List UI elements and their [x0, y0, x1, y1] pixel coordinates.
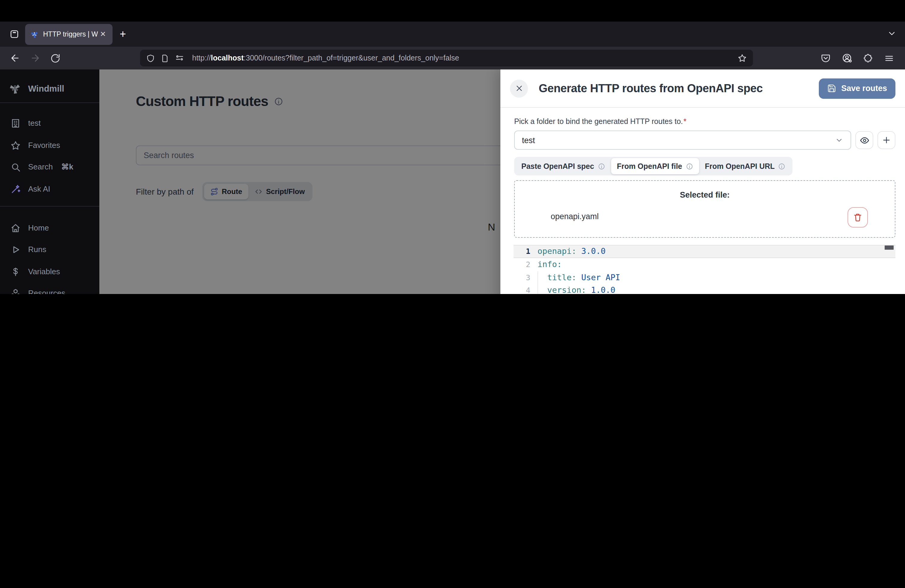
divider	[0, 206, 99, 207]
back-icon[interactable]	[10, 53, 21, 64]
drawer-header: Generate HTTP routes from OpenAPI spec S…	[500, 70, 905, 108]
code-line: 3 title: User API	[514, 271, 895, 284]
add-folder-button[interactable]	[878, 131, 895, 149]
code-line: 1openapi: 3.0.0	[514, 245, 895, 258]
sidebar-item-variables[interactable]: Variables	[0, 264, 99, 280]
magic-wand-icon	[10, 184, 21, 194]
eye-icon	[859, 135, 869, 145]
play-icon	[10, 244, 21, 255]
star-icon	[10, 140, 21, 151]
new-tab-button[interactable]: +	[120, 28, 126, 40]
tab-paste-openapi-spec[interactable]: Paste OpenAPI spec	[515, 158, 611, 174]
firefox-view-icon[interactable]	[7, 27, 22, 41]
toolbar-right-icons	[821, 47, 905, 70]
boxes-icon	[10, 288, 21, 294]
view-folder-button[interactable]	[855, 131, 873, 149]
required-asterisk: *	[684, 118, 686, 126]
selected-file-label: Selected file:	[515, 191, 895, 199]
list-tabs-chevron-icon[interactable]	[887, 29, 897, 38]
windmill-favicon	[30, 30, 39, 39]
selected-file-name: openapi.yaml	[551, 212, 599, 221]
building-icon	[10, 118, 21, 129]
chevron-down-icon	[835, 136, 843, 144]
folder-picker-label: Pick a folder to bind the generated HTTP…	[514, 118, 895, 126]
sidebar-item-home[interactable]: Home	[0, 220, 99, 236]
reload-icon[interactable]	[50, 53, 60, 63]
info-icon[interactable]	[598, 162, 605, 170]
web-page: Windmill test Favorites Search ⌘k Ask AI	[0, 70, 905, 294]
home-icon	[10, 222, 21, 233]
pocket-icon[interactable]	[821, 53, 831, 63]
selected-file-box: Selected file: openapi.yaml	[514, 180, 895, 238]
sidebar-item-favorites[interactable]: Favorites	[0, 137, 99, 153]
folder-select[interactable]: test	[514, 130, 851, 150]
menu-hamburger-icon[interactable]	[884, 53, 894, 63]
spec-source-tabs: Paste OpenAPI spec From OpenAPI file Fro…	[514, 157, 793, 175]
tab-from-openapi-file[interactable]: From OpenAPI file	[611, 158, 699, 174]
sidebar: Windmill test Favorites Search ⌘k Ask AI	[0, 70, 99, 294]
close-button[interactable]	[510, 79, 528, 97]
shield-icon[interactable]	[146, 54, 155, 63]
sidebar-item-ask-ai[interactable]: Ask AI	[0, 181, 99, 197]
code-line: 4 version: 1.0.0	[514, 284, 895, 294]
sidebar-item-runs[interactable]: Runs	[0, 241, 99, 257]
tab-from-openapi-url[interactable]: From OpenAPI URL	[699, 158, 791, 174]
sidebar-item-workspace[interactable]: test	[0, 115, 99, 131]
application-window: HTTP triggers | Windmill ✕ + http://loca…	[0, 0, 905, 294]
remove-file-button[interactable]	[848, 207, 868, 227]
sidebar-item-search[interactable]: Search ⌘k	[0, 159, 99, 175]
search-shortcut: ⌘k	[61, 162, 73, 171]
forward-icon[interactable]	[30, 53, 41, 64]
plus-icon	[882, 135, 891, 145]
generate-routes-drawer: Generate HTTP routes from OpenAPI spec S…	[500, 70, 905, 294]
workspace-name: Windmill	[28, 84, 64, 94]
save-icon	[827, 84, 837, 93]
url-bar[interactable]: http://localhost:3000/routes?filter_path…	[140, 50, 753, 67]
account-icon[interactable]	[841, 53, 852, 64]
macos-menubar	[0, 0, 905, 22]
search-icon	[10, 161, 21, 172]
trash-icon	[853, 213, 862, 222]
drawer-title: Generate HTTP routes from OpenAPI spec	[539, 82, 763, 95]
url-text: http://localhost:3000/routes?filter_path…	[192, 54, 733, 62]
dollar-icon	[10, 266, 21, 277]
sidebar-item-resources[interactable]: Resources	[0, 285, 99, 294]
divider	[0, 102, 99, 103]
permissions-icon[interactable]	[175, 53, 184, 63]
windmill-logo-icon	[8, 82, 22, 95]
info-icon[interactable]	[778, 162, 786, 170]
save-routes-button[interactable]: Save routes	[819, 78, 895, 99]
openapi-code-editor[interactable]: 1openapi: 3.0.0 2info: 3 title: User API…	[514, 245, 895, 294]
editor-scrollbar-thumb[interactable]	[884, 245, 894, 250]
close-icon	[514, 84, 524, 93]
bookmark-star-icon[interactable]	[737, 53, 747, 63]
extensions-puzzle-icon[interactable]	[863, 53, 873, 63]
tab-close-icon[interactable]: ✕	[98, 30, 108, 38]
tab-title: HTTP triggers | Windmill	[43, 30, 98, 38]
browser-tab[interactable]: HTTP triggers | Windmill ✕	[25, 24, 113, 44]
info-icon[interactable]	[686, 162, 693, 170]
code-line: 2info:	[514, 258, 895, 271]
page-info-icon[interactable]	[160, 54, 169, 63]
browser-tab-bar: HTTP triggers | Windmill ✕ +	[0, 22, 905, 47]
